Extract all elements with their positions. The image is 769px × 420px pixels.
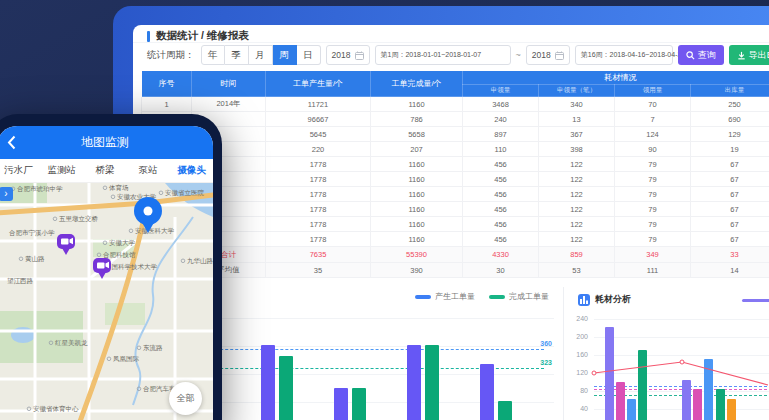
calendar-icon bbox=[355, 51, 364, 60]
breadcrumb: 数据统计 / 维修报表 bbox=[147, 29, 249, 43]
trend-line bbox=[594, 319, 769, 420]
average-row: 平均值35390305311114 bbox=[142, 263, 769, 278]
page: 数据统计 / 维修报表 统计周期： 年季月周日 2018 第1周：2018-01… bbox=[0, 0, 769, 420]
phone-screen: 地图监测 污水厂监测站桥梁泵站摄像头 bbox=[0, 126, 213, 420]
expand-panel-button[interactable]: › bbox=[0, 187, 13, 201]
bar bbox=[334, 388, 348, 420]
consumable-chart-title: 耗材分析 bbox=[595, 293, 631, 306]
table-row: 356455658897367124129 bbox=[142, 127, 769, 142]
period-option-年[interactable]: 年 bbox=[201, 45, 225, 65]
table-row: 10177811604561227967 bbox=[142, 232, 769, 247]
search-icon bbox=[686, 51, 695, 60]
bar bbox=[407, 345, 421, 420]
bar bbox=[261, 345, 275, 420]
map-label: 望江西路 bbox=[7, 277, 34, 285]
range-separator: ~ bbox=[516, 50, 521, 60]
legend-item-generated: 产生工单量 bbox=[415, 291, 475, 302]
chart-icon bbox=[578, 294, 590, 306]
map-label: 五里墩立交桥 bbox=[59, 215, 99, 223]
total-row: 合计763555390433085934933 bbox=[142, 247, 769, 263]
sub-column-header: 领用量 bbox=[615, 85, 691, 97]
sub-column-header: 申领量（笔） bbox=[539, 85, 615, 97]
y-axis-tick: 240 bbox=[564, 315, 588, 322]
period-option-季[interactable]: 季 bbox=[225, 45, 249, 65]
phone-header: 地图监测 bbox=[0, 126, 213, 159]
breadcrumb-text: 数据统计 / 维修报表 bbox=[156, 29, 249, 43]
map-label: 安徽省体育中心 bbox=[33, 405, 79, 413]
column-header: 工单产生量/个 bbox=[266, 71, 371, 97]
phone-tab-泵站[interactable]: 泵站 bbox=[127, 164, 170, 177]
legend-swatch bbox=[415, 295, 431, 299]
map-label: 体育场 bbox=[109, 184, 129, 192]
report-table: 序号时间工单产生量/个工单完成量/个耗材情况申领量申领量（笔）领用量出库量120… bbox=[141, 70, 769, 278]
map-label: 中国科学技术大学 bbox=[105, 263, 158, 270]
period-option-周[interactable]: 周 bbox=[273, 45, 297, 65]
start-week-input[interactable]: 第1周：2018-01-01~2018-01-07 bbox=[375, 45, 511, 65]
calendar-icon bbox=[555, 51, 564, 60]
y-axis-tick: 160 bbox=[564, 351, 588, 358]
back-icon[interactable] bbox=[7, 135, 16, 150]
map-container: 合肥市琥珀中学体育场安徽农业大学安徽省立医院五里墩立交桥合肥市宁溪小学安徽医科大… bbox=[0, 183, 213, 420]
map-label: 红星美凯龙 bbox=[55, 339, 88, 347]
table-row: 6177811604561227967 bbox=[142, 172, 769, 187]
search-button[interactable]: 查询 bbox=[678, 45, 724, 65]
map-label: 黄山路 bbox=[25, 255, 45, 263]
phone-tab-bar: 污水厂监测站桥梁泵站摄像头 bbox=[0, 159, 213, 183]
consumable-chart-plot bbox=[594, 319, 769, 420]
table-row: 12014年117211160346834070250 bbox=[142, 97, 769, 112]
consumable-chart-header: 耗材分析 bbox=[578, 293, 631, 306]
start-year-select[interactable]: 2018 bbox=[326, 45, 370, 65]
phone-tab-监测站[interactable]: 监测站 bbox=[40, 164, 83, 177]
table-row: 296667786240137690 bbox=[142, 112, 769, 127]
column-header: 时间 bbox=[192, 71, 266, 97]
map-label: 凤凰国际 bbox=[113, 355, 140, 363]
column-header: 工单完成量/个 bbox=[371, 71, 463, 97]
phone-tab-摄像头[interactable]: 摄像头 bbox=[170, 164, 213, 177]
period-option-月[interactable]: 月 bbox=[249, 45, 273, 65]
chart-legend: 产生工单量 完成工单量 bbox=[415, 291, 549, 302]
consumable-chart-card: 耗材分析 2402001601208040 bbox=[563, 287, 769, 420]
sub-column-header: 出库量 bbox=[691, 85, 769, 97]
sub-column-header: 申领量 bbox=[463, 85, 539, 97]
map-label: 合肥科技馆 bbox=[103, 251, 136, 259]
legend-swatch bbox=[489, 295, 505, 299]
period-segmented-control: 年季月周日 bbox=[201, 45, 321, 65]
filter-bar: 统计周期： 年季月周日 2018 第1周：2018-01-01~2018-01-… bbox=[147, 45, 769, 65]
legend-item-completed: 完成工单量 bbox=[489, 291, 549, 302]
table-row: 5177811604561227967 bbox=[142, 157, 769, 172]
bar bbox=[425, 345, 439, 420]
bar bbox=[498, 401, 512, 420]
phone-tab-污水厂[interactable]: 污水厂 bbox=[0, 164, 40, 177]
y-axis-tick: 40 bbox=[564, 405, 588, 412]
table-row: 9177811604561227967 bbox=[142, 217, 769, 232]
period-option-日[interactable]: 日 bbox=[297, 45, 321, 65]
phone-mockup: 地图监测 污水厂监测站桥梁泵站摄像头 bbox=[0, 114, 222, 420]
y-axis-tick: 80 bbox=[564, 387, 588, 394]
column-header: 序号 bbox=[142, 71, 192, 97]
show-all-button[interactable]: 全部 bbox=[169, 382, 202, 415]
table-row: 7177811604561227967 bbox=[142, 187, 769, 202]
map-label: 安徽省立医院 bbox=[165, 189, 205, 197]
table-row: 8177811604561227967 bbox=[142, 202, 769, 217]
end-week-input[interactable]: 第16周：2018-04-16~2018-04-22 bbox=[575, 45, 673, 65]
y-axis-tick: 200 bbox=[564, 333, 588, 340]
y-axis-tick: 120 bbox=[564, 369, 588, 376]
map-label: 合肥市琥珀中学 bbox=[17, 185, 63, 193]
export-excel-button[interactable]: 导出Excel bbox=[729, 45, 769, 65]
table-row: 42202071103989019 bbox=[142, 142, 769, 157]
map-label: 安徽医科大学 bbox=[135, 227, 175, 235]
end-year-select[interactable]: 2018 bbox=[526, 45, 570, 65]
map-label: 东流路 bbox=[143, 344, 163, 352]
phone-page-title: 地图监测 bbox=[81, 134, 129, 151]
dashboard-panel: 数据统计 / 维修报表 统计周期： 年季月周日 2018 第1周：2018-01… bbox=[133, 25, 769, 420]
breadcrumb-accent-bar bbox=[147, 31, 150, 42]
map-label: 安徽大学 bbox=[109, 239, 136, 247]
phone-tab-桥梁[interactable]: 桥梁 bbox=[83, 164, 126, 177]
download-icon bbox=[737, 51, 746, 60]
charts-section: 产生工单量 完成工单量 360323 耗材分析 bbox=[133, 287, 769, 420]
map-label: 合肥市宁溪小学 bbox=[9, 229, 55, 237]
bar bbox=[352, 388, 366, 420]
period-label: 统计周期： bbox=[147, 49, 195, 62]
consumable-legend-swatch bbox=[742, 299, 769, 302]
map-label: 九华山路 bbox=[187, 257, 213, 265]
